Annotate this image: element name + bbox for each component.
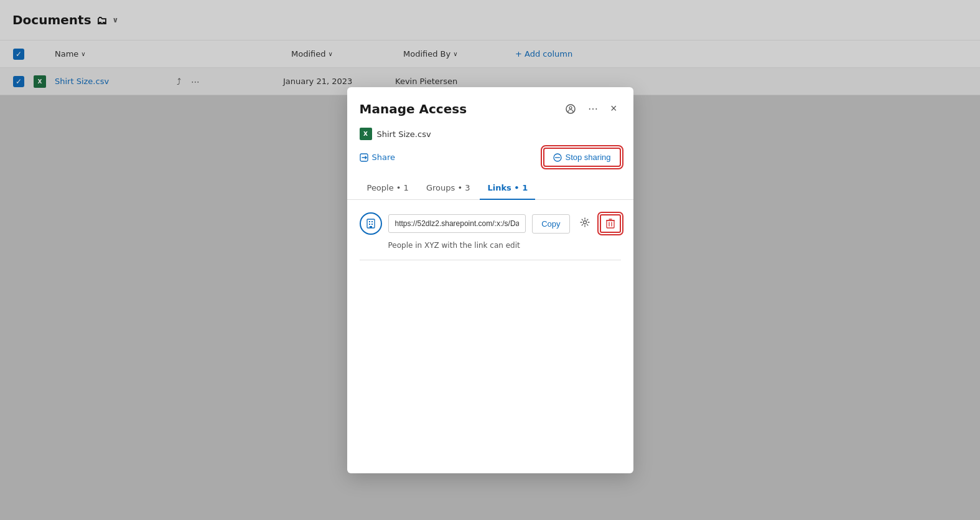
dialog-filename: Shirt Size.csv — [377, 130, 431, 139]
svg-rect-7 — [371, 221, 373, 222]
close-dialog-button[interactable]: × — [607, 100, 621, 118]
share-icon — [360, 153, 368, 162]
dialog-header: Manage Access ⋯ × — [347, 87, 633, 125]
svg-rect-6 — [369, 221, 370, 222]
tab-links[interactable]: Links • 1 — [480, 177, 535, 200]
permissions-icon — [566, 104, 576, 114]
link-url-input[interactable] — [388, 214, 526, 233]
trash-icon — [606, 219, 615, 229]
dialog-body: Copy P — [347, 200, 633, 273]
share-link-text: Share — [372, 153, 396, 162]
link-settings-button[interactable] — [576, 214, 594, 234]
link-type-icon — [360, 212, 382, 235]
link-row: Copy — [360, 212, 621, 235]
svg-rect-8 — [369, 224, 370, 225]
dialog-share-row: Share Stop sharing — [347, 145, 633, 177]
delete-link-button[interactable] — [600, 214, 621, 233]
manage-access-dialog: Manage Access ⋯ × X Shi — [347, 87, 633, 473]
tab-groups[interactable]: Groups • 3 — [419, 177, 478, 200]
more-dialog-button[interactable]: ⋯ — [584, 100, 602, 117]
link-description: People in XYZ with the link can edit — [388, 240, 621, 250]
stop-sharing-icon — [553, 153, 562, 162]
dialog-title: Manage Access — [360, 102, 467, 116]
modal-overlay: Manage Access ⋯ × X Shi — [0, 0, 980, 520]
close-icon: × — [610, 102, 617, 115]
stop-sharing-button[interactable]: Stop sharing — [543, 148, 621, 167]
svg-rect-10 — [370, 226, 372, 228]
divider — [360, 260, 621, 260]
dialog-header-actions: ⋯ × — [562, 100, 621, 118]
tab-people[interactable]: People • 1 — [360, 177, 416, 200]
dialog-file-row: X Shirt Size.csv — [347, 125, 633, 145]
building-icon — [365, 218, 376, 229]
permissions-button[interactable] — [562, 102, 579, 116]
more-dialog-icon: ⋯ — [588, 103, 598, 115]
stop-sharing-label: Stop sharing — [566, 153, 611, 162]
svg-point-11 — [583, 221, 586, 224]
share-link[interactable]: Share — [360, 153, 396, 162]
dialog-tabs: People • 1 Groups • 3 Links • 1 — [347, 177, 633, 200]
svg-rect-12 — [607, 220, 614, 228]
svg-point-1 — [569, 106, 572, 109]
dialog-excel-icon: X — [360, 128, 372, 140]
copy-button[interactable]: Copy — [532, 214, 569, 234]
gear-icon — [580, 217, 590, 227]
svg-rect-9 — [371, 224, 373, 225]
